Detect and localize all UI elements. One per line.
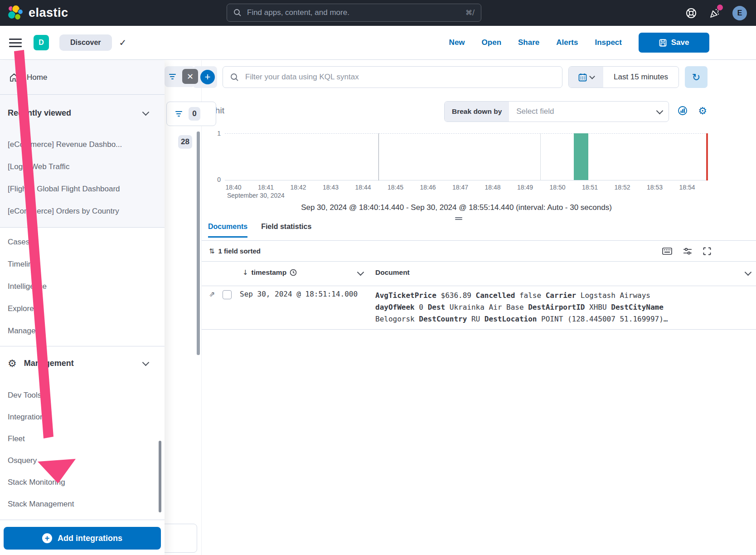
nav-item[interactable]: Timelines <box>0 253 165 275</box>
global-header: elastic ⌘/ <box>0 0 756 26</box>
chart-resize-handle[interactable] <box>455 216 462 221</box>
column-header-timestamp[interactable]: ↓ timestamp <box>242 268 297 277</box>
nav-item[interactable]: Stack Monitoring <box>0 472 165 493</box>
nav-item[interactable]: Fleet <box>0 428 165 450</box>
nav-item[interactable]: Stack Management <box>0 493 165 515</box>
field-filter-row: 0 <box>166 102 216 126</box>
tab-field-statistics[interactable]: Field statistics <box>261 223 311 238</box>
save-button[interactable]: Save <box>639 33 709 53</box>
nav-item[interactable]: Explore <box>0 297 165 320</box>
column-header-document[interactable]: Document <box>375 268 410 277</box>
filter-count-badge: 0 <box>189 107 200 121</box>
breadcrumb-discover[interactable]: Discover <box>59 34 112 51</box>
x-axis-date-label: September 30, 2024 <box>227 192 285 199</box>
close-icon[interactable]: ✕ <box>182 69 198 84</box>
x-axis-tick: 18:47 <box>452 184 468 191</box>
home-icon <box>9 73 19 83</box>
management-nav-list: Dev ToolsIntegrationsFleetOsqueryStack M… <box>0 385 165 515</box>
histogram-bar[interactable] <box>574 133 588 180</box>
display-options-icon[interactable] <box>662 248 672 255</box>
nav-item[interactable]: Dev Tools <box>0 385 165 406</box>
space-badge[interactable]: D <box>34 35 49 50</box>
table-row[interactable]: ⇗ Sep 30, 2024 @ 18:51:14.000 AvgTicketP… <box>202 286 756 330</box>
gridline-top <box>225 133 708 134</box>
global-search[interactable]: ⌘/ <box>227 4 481 22</box>
hits-label: hit <box>215 106 224 115</box>
sorted-fields-button[interactable]: 1 field sorted <box>218 247 261 255</box>
nav-item[interactable]: Intelligence <box>0 275 165 297</box>
nav-item[interactable]: [Flights] Global Flight Dashboard <box>0 178 165 200</box>
nav-recently-viewed-group: Recently viewed [eCommerce] Revenue Dash… <box>0 95 165 228</box>
notification-dot <box>717 5 723 10</box>
toolbar-links: NewOpenShareAlertsInspect <box>449 38 622 47</box>
nav-item[interactable]: Cases <box>0 231 165 253</box>
x-axis-tick: 18:49 <box>517 184 533 191</box>
nav-item[interactable]: Osquery <box>0 450 165 472</box>
gear-icon[interactable]: ⚙ <box>697 105 708 117</box>
discover-main: + Last 15 minutes <box>201 60 756 555</box>
x-axis-tick: 18:46 <box>420 184 436 191</box>
filter-icon[interactable] <box>175 110 182 118</box>
nav-home[interactable]: Home <box>0 60 165 95</box>
nav-item[interactable]: Manage <box>0 320 165 342</box>
gridline-vertical <box>378 133 379 180</box>
x-axis-ticks: 18:4018:4118:4218:4318:4418:4518:4618:47… <box>202 184 711 192</box>
x-axis-tick: 18:48 <box>485 184 500 191</box>
y-axis-tick-max: 1 <box>205 130 221 137</box>
nav-scrollbar[interactable] <box>159 441 161 512</box>
news-feed-icon[interactable] <box>709 7 721 19</box>
user-avatar[interactable]: E <box>732 6 747 20</box>
menu-hamburger-icon[interactable] <box>9 36 22 49</box>
nav-management-group-header[interactable]: ⚙ Management <box>8 358 148 369</box>
date-picker: Last 15 minutes <box>568 66 679 88</box>
toolbar-link[interactable]: Share <box>518 38 539 47</box>
row-checkbox[interactable] <box>223 290 232 299</box>
nav-divider <box>0 520 165 520</box>
nav-item[interactable]: [eCommerce] Revenue Dashbo... <box>0 133 165 156</box>
kql-input[interactable] <box>244 72 555 82</box>
expand-document-icon[interactable]: ⇗ <box>209 290 215 298</box>
breakdown-select[interactable]: Select field <box>509 102 657 122</box>
x-axis-line <box>225 180 708 180</box>
chevron-down-icon[interactable] <box>142 109 150 116</box>
toolbar-link[interactable]: New <box>449 38 465 47</box>
app-window: elastic ⌘/ <box>0 0 756 555</box>
nav-item[interactable]: [Logs] Web Traffic <box>0 156 165 178</box>
date-picker-calendar-button[interactable] <box>569 67 603 88</box>
chevron-down-icon <box>657 102 669 122</box>
histogram-plot[interactable] <box>225 133 708 180</box>
app-toolbar: D Discover ✓ NewOpenShareAlertsInspect S… <box>0 26 756 60</box>
column-menu-chevron-icon[interactable] <box>357 269 364 276</box>
tab-documents[interactable]: Documents <box>208 223 247 238</box>
x-axis-tick: 18:50 <box>549 184 565 191</box>
nav-item[interactable]: [eCommerce] Orders by Country <box>0 200 165 222</box>
toolbar-link[interactable]: Alerts <box>556 38 578 47</box>
help-icon[interactable] <box>685 7 697 19</box>
field-list-scrollbar[interactable] <box>197 131 200 355</box>
toolbar-link[interactable]: Inspect <box>595 38 622 47</box>
available-fields-count-badge: 28 <box>178 135 192 149</box>
add-filter-button[interactable]: + <box>200 70 215 84</box>
nav-home-label: Home <box>27 73 47 82</box>
chart-options-icon[interactable] <box>677 105 688 117</box>
x-axis-tick: 18:41 <box>258 184 274 191</box>
column-menu-chevron-icon[interactable] <box>745 269 752 276</box>
row-settings-icon[interactable] <box>683 247 692 255</box>
toolbar-link[interactable]: Open <box>482 38 501 47</box>
field-search-box <box>160 524 197 553</box>
sort-descending-icon: ↓ <box>242 268 248 277</box>
refresh-button[interactable]: ↻ <box>685 66 708 88</box>
nav-item[interactable]: Integrations <box>0 406 165 428</box>
recently-viewed-list: [eCommerce] Revenue Dashbo...[Logs] Web … <box>0 133 165 222</box>
search-shortcut-hint: ⌘/ <box>465 9 475 17</box>
global-search-input[interactable] <box>246 8 465 18</box>
elastic-logo[interactable]: elastic <box>7 5 68 21</box>
add-integrations-button[interactable]: + Add integrations <box>4 527 161 550</box>
chevron-down-icon[interactable] <box>142 359 150 366</box>
time-range-value[interactable]: Last 15 minutes <box>603 67 678 88</box>
fullscreen-icon[interactable] <box>703 247 711 255</box>
kql-search-bar[interactable] <box>223 66 562 88</box>
x-axis-tick: 18:43 <box>323 184 339 191</box>
timestamp-cell: Sep 30, 2024 @ 18:51:14.000 <box>240 290 358 298</box>
x-axis-tick: 18:54 <box>679 184 695 191</box>
